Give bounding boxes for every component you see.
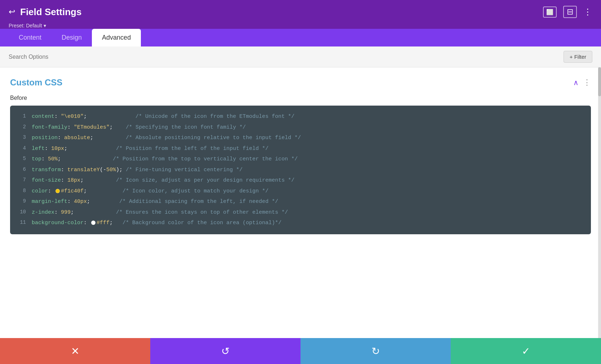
frame-icon[interactable]: ⬜: [543, 6, 557, 18]
scrollbar-thumb[interactable]: [598, 67, 601, 96]
search-input[interactable]: [9, 54, 564, 60]
section-actions: ∧ ⋮: [573, 78, 591, 87]
code-line-2: 2 font-family: "ETmodules"; /* Specifyin…: [10, 122, 591, 133]
app-container: ↩ Field Settings ⬜ ⊟ ⋮ Preset: Default ▾…: [0, 0, 601, 364]
color-dot-yellow: [55, 189, 60, 193]
code-line-3: 3 position: absolute; /* Absolute positi…: [10, 133, 591, 143]
code-line-11: 11 background-color: #fff; /* Background…: [10, 218, 591, 228]
code-line-8: 8 color: #f1c40f; /* Icon color, adjust …: [10, 186, 591, 197]
code-line-4: 4 left: 10px; /* Position from the left …: [10, 143, 591, 154]
code-line-1: 1 content: "\e010"; /* Unicode of the ic…: [10, 111, 591, 122]
filter-button[interactable]: + Filter: [564, 51, 592, 63]
code-line-7: 7 font-size: 18px; /* Icon size, adjust …: [10, 175, 591, 186]
page-title: Field Settings: [20, 6, 81, 18]
back-button[interactable]: ↩: [9, 7, 15, 17]
tab-advanced[interactable]: Advanced: [92, 29, 141, 46]
scrollbar-track: [598, 67, 601, 338]
section-title: Custom CSS: [10, 77, 62, 88]
preset-arrow-icon[interactable]: ▾: [44, 23, 46, 28]
header: ↩ Field Settings ⬜ ⊟ ⋮ Preset: Default ▾: [0, 0, 601, 29]
tabs-bar: Content Design Advanced: [0, 29, 601, 46]
code-line-9: 9 margin-left: 40px; /* Additional spaci…: [10, 196, 591, 207]
code-editor[interactable]: 1 content: "\e010"; /* Unicode of the ic…: [10, 106, 591, 234]
code-line-10: 10 z-index: 999; /* Ensures the icon sta…: [10, 207, 591, 218]
undo-button[interactable]: ↺: [150, 338, 300, 364]
cancel-button[interactable]: ✕: [0, 338, 150, 364]
code-line-6: 6 transform: translateY(-50%); /* Fine-t…: [10, 165, 591, 176]
field-label: Before: [10, 95, 591, 101]
collapse-button[interactable]: ∧: [573, 78, 579, 87]
code-line-5: 5 top: 50%; /* Position from the top to …: [10, 154, 591, 165]
tab-content[interactable]: Content: [9, 29, 52, 46]
section-header: Custom CSS ∧ ⋮: [10, 77, 591, 88]
section-more-button[interactable]: ⋮: [583, 78, 591, 87]
more-options-icon[interactable]: ⋮: [583, 7, 592, 17]
search-bar: + Filter: [0, 46, 601, 67]
redo-button[interactable]: ↻: [300, 338, 451, 364]
color-dot-white: [91, 221, 95, 225]
tab-design[interactable]: Design: [52, 29, 92, 46]
save-button[interactable]: ✓: [451, 338, 601, 364]
bottom-bar: ✕ ↺ ↻ ✓: [0, 338, 601, 364]
layout-icon[interactable]: ⊟: [563, 6, 577, 18]
main-content: Custom CSS ∧ ⋮ Before 1 content: "\e010"…: [0, 67, 601, 338]
preset-dropdown[interactable]: Preset: Default: [9, 23, 42, 28]
